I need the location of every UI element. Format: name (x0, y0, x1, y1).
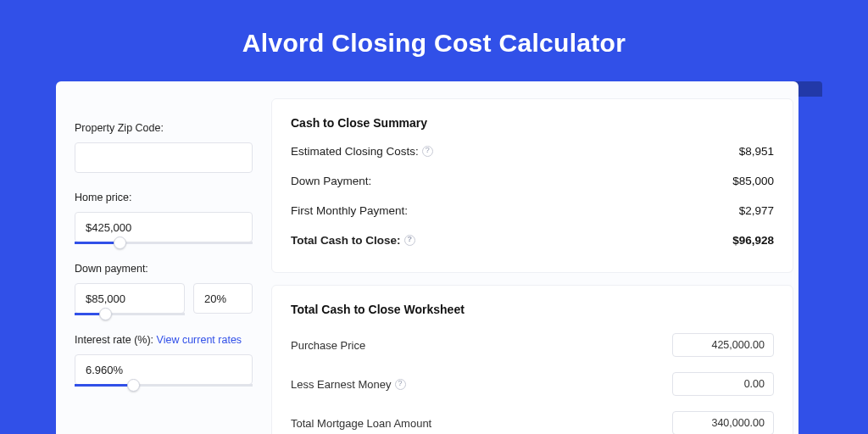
summary-row-value: $8,951 (739, 145, 774, 158)
home-price-slider-thumb[interactable] (114, 236, 126, 249)
summary-row-label: Down Payment: (291, 175, 371, 187)
home-price-slider-fill (75, 242, 120, 244)
interest-label-row: Interest rate (%): View current rates (75, 334, 253, 346)
worksheet-title: Total Cash to Close Worksheet (291, 303, 774, 316)
worksheet-row: Total Mortgage Loan Amount (291, 411, 774, 434)
zip-label: Property Zip Code: (75, 122, 253, 134)
down-payment-slider[interactable] (75, 313, 185, 315)
view-rates-link[interactable]: View current rates (157, 334, 242, 346)
down-payment-pct-input[interactable] (193, 283, 253, 314)
summary-row-value: $85,000 (732, 175, 774, 187)
summary-row-label: Total Cash to Close: (291, 234, 415, 247)
home-price-slider[interactable] (75, 242, 253, 244)
worksheet-box: Total Cash to Close Worksheet Purchase P… (271, 285, 793, 434)
down-payment-label: Down payment: (75, 263, 253, 275)
calculator-card: Property Zip Code: Home price: Down paym… (56, 81, 798, 434)
page-title: Alvord Closing Cost Calculator (0, 0, 868, 81)
worksheet-row: Less Earnest Money (291, 372, 774, 396)
zip-input[interactable] (75, 142, 253, 173)
interest-label: Interest rate (%): (75, 334, 153, 346)
worksheet-row-label: Less Earnest Money (291, 378, 406, 391)
worksheet-row-label: Total Mortgage Loan Amount (291, 417, 431, 430)
summary-row-label: Estimated Closing Costs: (291, 145, 433, 158)
help-icon[interactable] (395, 379, 406, 390)
summary-title: Cash to Close Summary (291, 116, 774, 130)
interest-slider-fill (75, 384, 133, 387)
worksheet-row-input[interactable] (672, 372, 774, 396)
worksheet-row-label: Purchase Price (291, 339, 365, 352)
summary-box: Cash to Close Summary Estimated Closing … (271, 98, 793, 273)
help-icon[interactable] (404, 235, 415, 246)
worksheet-row-input[interactable] (672, 333, 774, 357)
summary-row: Estimated Closing Costs:$8,951 (291, 145, 774, 158)
summary-row-label: First Monthly Payment: (291, 204, 408, 217)
summary-row-value: $96,928 (732, 234, 774, 247)
summary-row-value: $2,977 (739, 204, 774, 217)
interest-input[interactable] (75, 354, 253, 385)
worksheet-row: Purchase Price (291, 333, 774, 357)
summary-row: Total Cash to Close:$96,928 (291, 234, 774, 247)
worksheet-row-input[interactable] (672, 411, 774, 434)
inputs-panel: Property Zip Code: Home price: Down paym… (56, 93, 268, 434)
summary-row: First Monthly Payment:$2,977 (291, 204, 774, 217)
summary-row: Down Payment:$85,000 (291, 175, 774, 187)
results-panel: Cash to Close Summary Estimated Closing … (268, 93, 798, 434)
down-payment-input[interactable] (75, 283, 185, 314)
down-payment-slider-thumb[interactable] (99, 308, 112, 320)
home-price-label: Home price: (75, 192, 253, 203)
interest-slider[interactable] (75, 384, 253, 387)
home-price-input[interactable] (75, 212, 253, 242)
help-icon[interactable] (422, 146, 433, 157)
interest-slider-thumb[interactable] (127, 379, 140, 392)
